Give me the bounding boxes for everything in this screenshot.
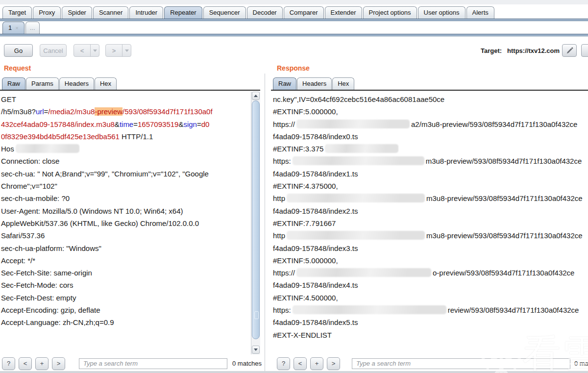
code-line: #EXTINF:3.375 [273,143,588,155]
next-request-button: > [105,44,131,57]
tab-decoder[interactable]: Decoder [247,6,283,19]
code-line: Accept-Language: zh-CN,zh;q=0.9 [1,316,251,328]
code-text: Sec-Fetch-Mode: cors [1,281,74,289]
request-text[interactable]: GET/h5/m3u8?url=/media2/m3u8-preview/593… [0,92,251,354]
search-options-button[interactable]: + [310,357,323,370]
scrollbar-thumb[interactable] [252,100,260,339]
close-tab-icon[interactable]: × [15,25,18,31]
chevron-down-icon [125,50,129,52]
redacted-region [296,120,410,128]
main-tab-bar: TargetProxySpiderScannerIntruderRepeater… [0,4,588,19]
code-line: Sec-Fetch-Mode: cors [1,279,251,291]
code-text: #EXT-X-ENDLIST [273,331,332,339]
repeater-tab-1[interactable]: 1 × [2,22,24,34]
target-url: https://txv12.com [507,47,560,54]
redacted-region [293,156,424,165]
clipped-toolbar-button[interactable] [581,44,588,57]
go-button[interactable]: Go [4,44,33,57]
scroll-up-button[interactable] [252,92,260,100]
search-prev-button[interactable]: < [294,357,307,370]
request-search-input[interactable] [79,358,227,369]
tab-proxy[interactable]: Proxy [33,6,61,19]
target-label: Target: [481,47,502,54]
code-line: Connection: close [1,155,251,167]
search-next-button[interactable]: > [52,357,65,370]
code-text: 432cef4ada09-157848/index.m3u8 [1,120,115,128]
code-line: Chrome";v="102" [1,180,251,192]
code-line: sec-ch-ua-mobile: ?0 [1,192,251,204]
code-line: Hos [1,143,251,155]
redacted-region [293,305,446,314]
code-text: #EXTINF:5.000000, [273,107,338,116]
code-text: m3u8-preview/593/08f5934d7f171f130a0f432… [426,194,583,202]
code-line: f4ada09-157848/index0.ts [273,130,588,143]
code-line: httpm3u8-preview/593/08f5934d7f171f130a0… [273,229,588,242]
request-scrollbar[interactable] [251,92,260,354]
request-search-bar: ?<+> 0 matches [0,354,260,373]
tab-user-options[interactable]: User options [418,6,466,19]
response-search-matches: 0 matches [574,360,588,367]
code-text: Accept: */* [1,256,35,265]
code-line: f4ada09-157848/index1.ts [273,168,588,180]
tab-scanner[interactable]: Scanner [93,6,128,19]
code-text: time [120,120,133,128]
search-help-button[interactable]: ? [2,357,15,370]
code-text: 0f8329e394bd4b5df425e13edba561 [1,132,120,141]
tab-spider[interactable]: Spider [62,6,92,19]
request-editor[interactable]: GET/h5/m3u8?url=/media2/m3u8-preview/593… [0,92,260,354]
tab-target[interactable]: Target [2,6,32,19]
request-tab-hex[interactable]: Hex [95,77,117,90]
tab-repeater[interactable]: Repeater [164,6,202,19]
code-text: f4ada09-157848/index5.ts [273,318,358,326]
code-text: = [133,120,138,128]
repeater-new-tab[interactable]: ... [25,22,40,34]
tab-sequencer[interactable]: Sequencer [203,6,246,19]
code-line: Safari/537.36 [1,229,251,242]
response-search-input[interactable] [352,358,570,369]
response-text[interactable]: nc.key",IV=0x64cf692cebc516e4a86ac6081aa… [271,92,588,354]
response-tab-raw[interactable]: Raw [273,77,296,90]
redacted-region [287,194,425,202]
search-options-button[interactable]: + [35,357,49,370]
code-text: https: [273,306,291,314]
response-tab-headers[interactable]: Headers [297,77,332,90]
code-text: https:// [273,269,295,277]
code-text: Accept-Language: zh-CN,zh;q=0.9 [1,318,114,326]
search-prev-button[interactable]: < [19,357,32,370]
search-next-button[interactable]: > [327,357,340,370]
response-viewer[interactable]: nc.key",IV=0x64cf692cebc516e4a86ac6081aa… [271,92,588,354]
tab-extender[interactable]: Extender [325,6,362,19]
code-line: #EXT-X-ENDLIST [273,329,588,341]
code-line: 432cef4ada09-157848/index.m3u8&time=1657… [1,118,251,130]
code-line: f4ada09-157848/index4.ts [273,279,588,291]
tab-project-options[interactable]: Project options [363,6,417,19]
code-line: f4ada09-157848/index3.ts [273,242,588,254]
edit-target-button[interactable] [562,44,577,57]
code-text: AppleWebKit/537.36 (KHTML, like Gecko) C… [1,219,199,227]
code-line: Sec-Fetch-Site: same-origin [1,267,251,279]
code-text: http [273,231,285,240]
tab-alerts[interactable]: Alerts [466,6,494,19]
panel-splitter[interactable] [265,74,265,371]
code-text: /h5/m3u8? [1,107,36,116]
code-line: httpm3u8-preview/593/08f5934d7f171f130a0… [273,192,588,204]
target-line: Target: https://txv12.com [481,47,560,54]
scroll-down-button[interactable] [252,346,260,354]
repeater-toolbar: Go Cancel < > Target: https://txv12.com [0,37,588,61]
code-line: https:review/593/08f5934d7f171f130a0f432… [273,304,588,316]
response-panel-title: Response [277,64,310,72]
code-text: a2/m3u8-preview/593/08f5934d7f171f130a0f… [411,120,577,128]
tab-comparer[interactable]: Comparer [284,6,324,19]
chevron-down-icon [93,50,97,52]
request-tab-raw[interactable]: Raw [2,77,25,90]
response-search-bar: ?<+> 0 matches [271,354,588,373]
code-text: sec-ch-ua-mobile: ?0 [1,194,70,202]
request-tab-headers[interactable]: Headers [59,77,94,90]
tab-intruder[interactable]: Intruder [129,6,163,19]
response-tab-hex[interactable]: Hex [332,77,354,90]
pencil-icon [566,47,573,54]
search-help-button[interactable]: ? [277,357,290,370]
request-tab-params[interactable]: Params [26,77,59,90]
code-line: #EXTINF:5.000000, [273,105,588,118]
cancel-button: Cancel [40,44,67,57]
